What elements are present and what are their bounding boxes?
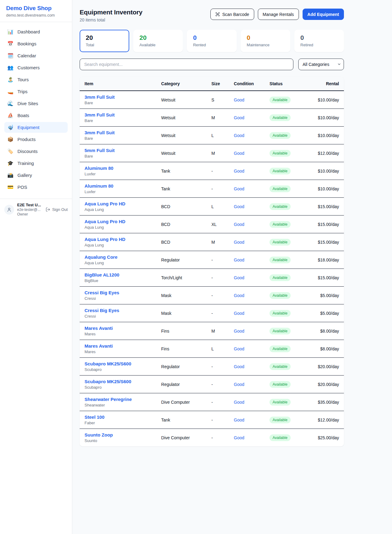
condition-link[interactable]: Good (234, 435, 244, 440)
condition-link[interactable]: Good (234, 418, 244, 422)
item-category: Torch/Light (156, 269, 206, 287)
condition-link[interactable]: Good (234, 329, 244, 334)
item-name-link[interactable]: Suunto Zoop (85, 432, 151, 437)
sidebar-item-label: POS (17, 185, 27, 190)
stat-card-rented[interactable]: 0 Rented (187, 30, 236, 52)
item-name-link[interactable]: Cressi Big Eyes (85, 290, 151, 295)
condition-link[interactable]: Good (234, 257, 244, 262)
item-name-link[interactable]: 3mm Full Suit (85, 94, 151, 100)
sidebar-item-dashboard[interactable]: 📊 Dashboard (4, 26, 68, 37)
sidebar-item-training[interactable]: 🎓 Training (4, 158, 68, 169)
condition-link[interactable]: Good (234, 400, 244, 405)
gallery-icon: 📸 (7, 172, 13, 178)
item-brand: Cressi (85, 314, 151, 318)
item-name-link[interactable]: Aqua Lung Pro HD (85, 237, 151, 242)
item-rental-rate: $20.00/day (307, 358, 344, 376)
condition-link[interactable]: Good (234, 382, 244, 387)
equipment-table-card: Item Category Size Condition Status Rent… (80, 77, 344, 446)
person-icon (7, 207, 12, 212)
item-rental-rate: $25.00/day (307, 429, 344, 447)
condition-link[interactable]: Good (234, 186, 244, 191)
sidebar-item-boats[interactable]: ⛵ Boats (4, 110, 68, 121)
stat-card-available[interactable]: 20 Available (133, 30, 183, 52)
item-category: Mask (156, 304, 206, 322)
item-category: Regulator (156, 358, 206, 376)
condition-link[interactable]: Good (234, 151, 244, 156)
table-row: Scubapro MK25/S600 Scubapro Regulator - … (80, 376, 344, 393)
sidebar-item-pos[interactable]: 💳 POS (4, 182, 68, 193)
manage-rentals-button[interactable]: Manage Rentals (258, 9, 299, 20)
item-name-link[interactable]: Aqua Lung Pro HD (85, 219, 151, 224)
item-name-link[interactable]: Cressi Big Eyes (85, 308, 151, 313)
condition-link[interactable]: Good (234, 346, 244, 351)
item-name-link[interactable]: Scubapro MK25/S600 (85, 379, 151, 384)
sign-out-button[interactable]: Sign Out (46, 207, 68, 212)
item-name-link[interactable]: Mares Avanti (85, 326, 151, 331)
sidebar-item-dive-sites[interactable]: 🌊 Dive Sites (4, 98, 68, 109)
condition-link[interactable]: Good (234, 115, 244, 120)
item-name-link[interactable]: Aluminum 80 (85, 183, 151, 189)
item-name-link[interactable]: Aluminum 80 (85, 166, 151, 171)
condition-link[interactable]: Good (234, 169, 244, 174)
item-brand: Scubapro (85, 367, 151, 372)
item-rental-rate: $15.00/day (307, 269, 344, 287)
condition-link[interactable]: Good (234, 97, 244, 102)
scan-barcode-icon (215, 12, 220, 17)
condition-link[interactable]: Good (234, 311, 244, 316)
item-rental-rate: $5.00/day (307, 304, 344, 322)
sidebar-item-tours[interactable]: 🏝️ Tours (4, 74, 68, 85)
item-size: - (206, 287, 229, 304)
condition-link[interactable]: Good (234, 133, 244, 138)
sidebar-item-gallery[interactable]: 📸 Gallery (4, 170, 68, 181)
stat-card-maintenance[interactable]: 0 Maintenance (241, 30, 290, 52)
sidebar-item-bookings[interactable]: 📅 Bookings (4, 38, 68, 49)
item-size: - (206, 411, 229, 429)
sidebar-item-trips[interactable]: 🚤 Trips (4, 86, 68, 97)
item-name-link[interactable]: Mares Avanti (85, 343, 151, 349)
brand-name[interactable]: Demo Dive Shop (6, 5, 66, 12)
sidebar-item-label: Bookings (17, 41, 36, 46)
brand-header: Demo Dive Shop demo.test.divestreams.com (0, 0, 72, 22)
item-brand: Bare (85, 136, 151, 141)
item-name-link[interactable]: 3mm Full Suit (85, 112, 151, 117)
search-input[interactable] (80, 59, 293, 70)
sign-out-label: Sign Out (52, 207, 68, 212)
condition-link[interactable]: Good (234, 364, 244, 369)
condition-link[interactable]: Good (234, 222, 244, 227)
condition-link[interactable]: Good (234, 293, 244, 298)
add-equipment-button[interactable]: Add Equipment (303, 9, 344, 20)
condition-link[interactable]: Good (234, 204, 244, 209)
item-name-link[interactable]: Aqualung Core (85, 254, 151, 260)
sidebar-item-products[interactable]: 📦 Products (4, 134, 68, 145)
products-icon: 📦 (7, 136, 13, 142)
item-brand: Cressi (85, 296, 151, 301)
sidebar-nav: 📊 Dashboard 📅 Bookings 🗓️ Calendar 👥 Cus… (0, 22, 72, 197)
stat-card-total[interactable]: 20 Total (80, 30, 129, 52)
item-brand: Mares (85, 349, 151, 354)
item-name-link[interactable]: 3mm Full Suit (85, 130, 151, 135)
condition-link[interactable]: Good (234, 240, 244, 245)
item-name-link[interactable]: Scubapro MK25/S600 (85, 361, 151, 366)
sidebar-item-calendar[interactable]: 🗓️ Calendar (4, 50, 68, 61)
status-badge: Available (270, 257, 290, 263)
item-name-link[interactable]: Aqua Lung Pro HD (85, 201, 151, 206)
item-size: M (206, 144, 229, 162)
item-size: - (206, 162, 229, 180)
item-category: BCD (156, 216, 206, 233)
sidebar-item-discounts[interactable]: 🏷️ Discounts (4, 146, 68, 157)
item-name-link[interactable]: Shearwater Peregrine (85, 397, 151, 402)
sidebar-item-label: Discounts (17, 149, 38, 154)
category-select[interactable]: All Categories (298, 59, 344, 70)
stat-card-retired[interactable]: 0 Retired (294, 30, 344, 52)
trips-icon: 🚤 (7, 89, 13, 94)
condition-link[interactable]: Good (234, 275, 244, 280)
scan-barcode-button[interactable]: Scan Barcode (210, 9, 254, 20)
item-rental-rate: $20.00/day (307, 376, 344, 393)
item-name-link[interactable]: BigBlue AL1200 (85, 272, 151, 277)
item-name-link[interactable]: 5mm Full Suit (85, 148, 151, 153)
item-name-link[interactable]: Steel 100 (85, 414, 151, 420)
item-rental-rate: $15.00/day (307, 233, 344, 251)
sidebar-item-equipment[interactable]: 🤿 Equipment (4, 122, 68, 133)
sidebar-item-customers[interactable]: 👥 Customers (4, 62, 68, 73)
table-row: Cressi Big Eyes Cressi Mask - Good Avail… (80, 304, 344, 322)
